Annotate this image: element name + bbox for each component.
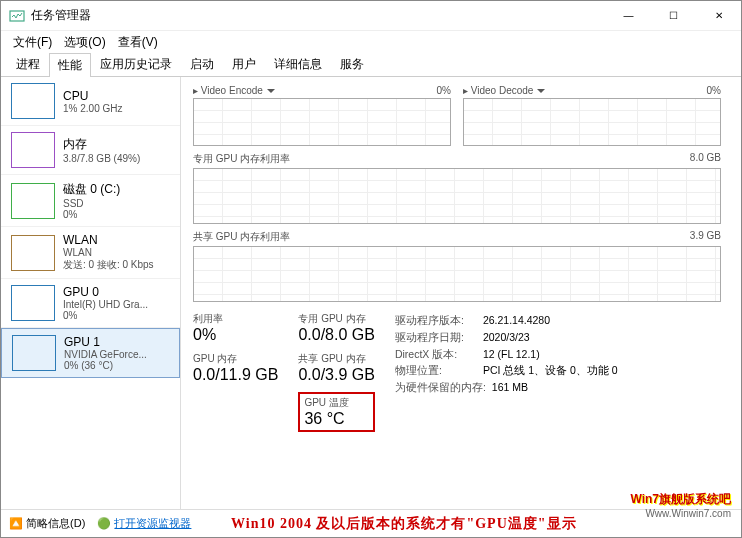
tab-4[interactable]: 用户 xyxy=(223,52,265,76)
main-panel: ▸ Video Encode0% ▸ Video Decode0% 专用 GPU… xyxy=(181,77,741,509)
mini-chart-icon xyxy=(11,83,55,119)
sidebar-item-1[interactable]: 内存3.8/7.8 GB (49%) xyxy=(1,126,180,175)
titlebar: 任务管理器 — ☐ ✕ xyxy=(1,1,741,31)
mini-chart-icon xyxy=(11,235,55,271)
graph-video-decode: ▸ Video Decode0% xyxy=(463,85,721,146)
fewer-details-button[interactable]: 🔼 简略信息(D) xyxy=(9,516,85,531)
mini-chart-icon xyxy=(11,132,55,168)
close-button[interactable]: ✕ xyxy=(696,1,741,31)
window-title: 任务管理器 xyxy=(31,7,606,24)
sidebar-item-0[interactable]: CPU1% 2.00 GHz xyxy=(1,77,180,126)
graph-dedicated-mem: 专用 GPU 内存利用率8.0 GB xyxy=(193,152,721,224)
sidebar-item-4[interactable]: GPU 0Intel(R) UHD Gra...0% xyxy=(1,279,180,328)
stats-area: 利用率0% GPU 内存0.0/11.9 GB 专用 GPU 内存0.0/8.0… xyxy=(193,312,721,432)
menu-file[interactable]: 文件(F) xyxy=(9,32,56,53)
tab-3[interactable]: 启动 xyxy=(181,52,223,76)
tab-2[interactable]: 应用历史记录 xyxy=(91,52,181,76)
mini-chart-icon xyxy=(12,335,56,371)
sidebar-item-2[interactable]: 磁盘 0 (C:)SSD0% xyxy=(1,175,180,227)
sidebar: CPU1% 2.00 GHz 内存3.8/7.8 GB (49%) 磁盘 0 (… xyxy=(1,77,181,509)
tab-6[interactable]: 服务 xyxy=(331,52,373,76)
mini-chart-icon xyxy=(11,285,55,321)
chevron-down-icon[interactable] xyxy=(267,89,275,93)
meta-info: 驱动程序版本:26.21.14.4280 驱动程序日期:2020/3/23 Di… xyxy=(395,312,618,432)
gpu-temp-highlight: GPU 温度36 °C xyxy=(298,392,375,432)
tab-strip: 进程性能应用历史记录启动用户详细信息服务 xyxy=(1,53,741,77)
open-resmon-link[interactable]: 🟢 打开资源监视器 xyxy=(97,516,191,531)
sidebar-item-5[interactable]: GPU 1NVIDIA GeForce...0% (36 °C) xyxy=(1,328,180,378)
watermark: Win7旗舰版系统吧 Www.Winwin7.com xyxy=(630,491,731,519)
annotation-text: Win10 2004 及以后版本的系统才有"GPU温度"显示 xyxy=(231,515,577,533)
app-icon xyxy=(9,8,25,24)
tab-5[interactable]: 详细信息 xyxy=(265,52,331,76)
graph-video-encode: ▸ Video Encode0% xyxy=(193,85,451,146)
tab-0[interactable]: 进程 xyxy=(7,52,49,76)
tab-1[interactable]: 性能 xyxy=(49,53,91,77)
maximize-button[interactable]: ☐ xyxy=(651,1,696,31)
chevron-down-icon[interactable] xyxy=(537,89,545,93)
sidebar-item-3[interactable]: WLANWLAN发送: 0 接收: 0 Kbps xyxy=(1,227,180,279)
minimize-button[interactable]: — xyxy=(606,1,651,31)
mini-chart-icon xyxy=(11,183,55,219)
menu-options[interactable]: 选项(O) xyxy=(60,32,109,53)
menu-view[interactable]: 查看(V) xyxy=(114,32,162,53)
graph-shared-mem: 共享 GPU 内存利用率3.9 GB xyxy=(193,230,721,302)
menubar: 文件(F) 选项(O) 查看(V) xyxy=(1,31,741,53)
